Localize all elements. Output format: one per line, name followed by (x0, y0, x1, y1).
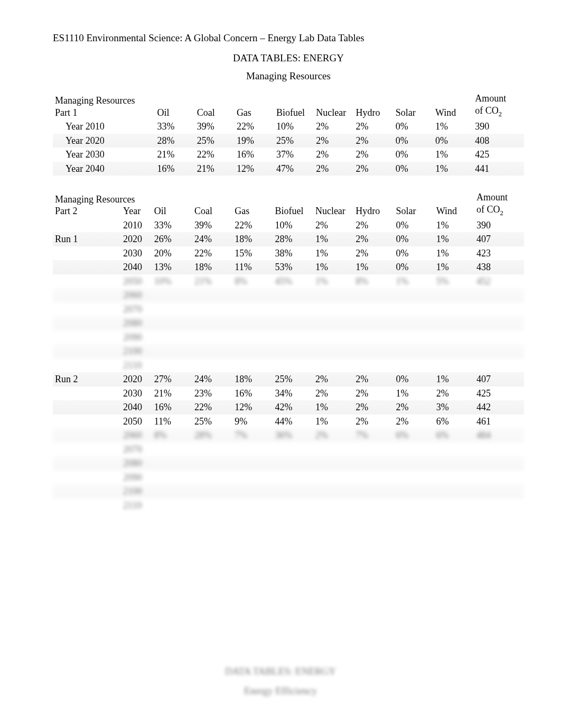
cell: 23% (192, 386, 232, 401)
cell: 1% (433, 162, 473, 176)
year-cell: 2030 (121, 246, 152, 261)
cell (353, 443, 394, 457)
cell (273, 302, 313, 317)
cell (273, 316, 313, 330)
cell: 27% (152, 372, 192, 386)
table-row: 2110 (53, 358, 524, 373)
cell: 2% (394, 400, 434, 414)
col-oil: Oil (152, 190, 192, 218)
co2-line2: of CO (475, 105, 499, 116)
cell (152, 499, 192, 513)
cell (434, 484, 474, 499)
row-label: Year 2040 (53, 162, 155, 176)
col-hydro: Hydro (354, 91, 394, 119)
cell: 21% (152, 386, 192, 401)
table-row: Run 1202026%24%18%28%1%2%0%1%407 (53, 232, 524, 246)
run-label (53, 344, 121, 358)
cell: 6% (394, 428, 434, 443)
cell: 28% (273, 232, 313, 246)
cell: 39% (195, 119, 235, 134)
run-label (53, 218, 121, 233)
cell: 2% (353, 386, 394, 401)
cell (273, 344, 313, 358)
cell (152, 358, 192, 373)
cell (353, 484, 394, 499)
table-row: 2070 (53, 302, 524, 317)
co2-line1: Amount (475, 93, 506, 104)
cell (394, 443, 434, 457)
cell: 44% (273, 414, 313, 429)
cell: 26% (152, 232, 192, 246)
cell (152, 344, 192, 358)
run-label (53, 288, 121, 302)
cell: 22% (192, 246, 232, 261)
table-row: 2080 (53, 456, 524, 471)
cell: 2% (394, 414, 434, 429)
co2-line2: of CO (476, 204, 500, 215)
cell (192, 471, 232, 485)
cell: 47% (274, 162, 314, 176)
col-biofuel: Biofuel (274, 91, 314, 119)
cell (152, 456, 192, 471)
cell: 1% (434, 260, 474, 274)
cell (313, 330, 353, 345)
cell: 2% (313, 372, 353, 386)
run-label (53, 246, 121, 261)
cell: 2% (353, 246, 394, 261)
table-row: 2090 (53, 471, 524, 485)
cell (434, 288, 474, 302)
table-row: 2090 (53, 330, 524, 345)
run-label (53, 302, 121, 317)
cell (434, 499, 474, 513)
co2-line1: Amount (476, 192, 508, 202)
co2-sub: 2 (500, 209, 503, 216)
table-row: Year 204016%21%12%47%2%2%0%1%441 (53, 162, 524, 176)
cell (192, 456, 232, 471)
cell: 2% (313, 386, 353, 401)
cell: 2% (353, 414, 394, 429)
col-hydro: Hydro (353, 190, 394, 218)
cell: 2% (314, 148, 353, 162)
col-oil: Oil (155, 91, 194, 119)
run-label (53, 443, 121, 457)
col-nuclear: Nuclear (313, 190, 353, 218)
cell (152, 484, 192, 499)
table-row: Year 202028%25%19%25%2%2%0%0%408 (53, 134, 524, 148)
run-label (53, 316, 121, 330)
cell: 22% (232, 218, 273, 233)
cell: 1% (313, 246, 353, 261)
cell (394, 484, 434, 499)
col-nuclear: Nuclear (314, 91, 353, 119)
table-row: Year 203021%22%16%37%2%2%0%1%425 (53, 148, 524, 162)
year-cell: 2100 (121, 484, 152, 499)
cell (232, 443, 273, 457)
table-managing-resources-part1: Managing Resources Part 1 Oil Coal Gas B… (53, 91, 524, 176)
cell: 21% (155, 148, 194, 162)
cell: 24% (192, 372, 232, 386)
cell: 8% (353, 274, 394, 289)
cell (394, 316, 434, 330)
cell: 390 (473, 119, 524, 134)
cell (152, 316, 192, 330)
cell (353, 288, 394, 302)
cell: 461 (474, 414, 524, 429)
cell (474, 316, 524, 330)
cell (353, 316, 394, 330)
table2-header-label: Managing Resources Part 2 (53, 190, 121, 218)
cell: 10% (274, 119, 314, 134)
cell: 36% (273, 428, 313, 443)
year-cell: 2040 (121, 260, 152, 274)
cell: 2% (434, 386, 474, 401)
cell: 9% (232, 414, 273, 429)
cell: 1% (394, 386, 434, 401)
section-subtitle: Managing Resources (53, 70, 524, 82)
cell: 7% (353, 428, 394, 443)
col-wind: Wind (433, 91, 473, 119)
cell: 441 (473, 162, 524, 176)
cell: 7% (232, 428, 273, 443)
year-cell: 2020 (121, 372, 152, 386)
cell: 20% (152, 246, 192, 261)
run-label (53, 358, 121, 373)
cell (313, 316, 353, 330)
cell (232, 330, 273, 345)
